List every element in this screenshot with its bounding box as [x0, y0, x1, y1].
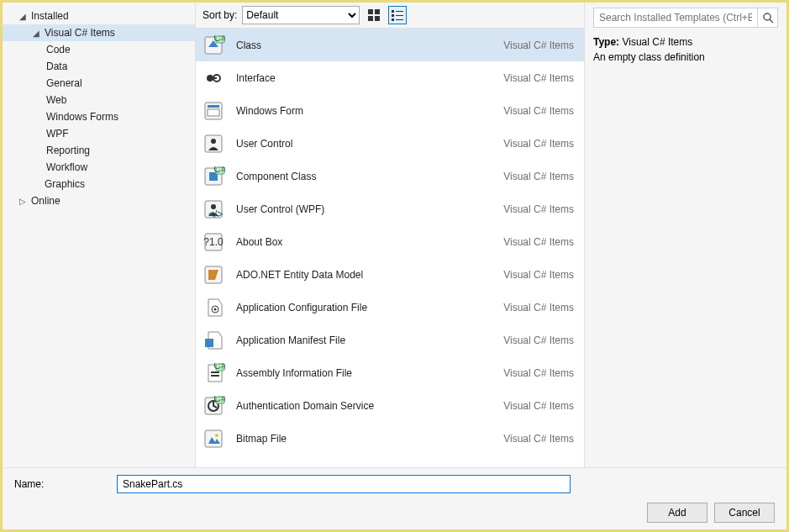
name-label: Name: [14, 478, 107, 490]
aboutbox-icon: ?1.0 [203, 230, 226, 254]
template-name: User Control (WPF) [236, 203, 493, 215]
template-row[interactable]: Windows FormVisual C# Items [196, 94, 584, 127]
chevron-down-icon: ◢ [33, 29, 41, 38]
tree-label: Visual C# Items [45, 27, 115, 39]
large-icons-icon [368, 9, 380, 21]
template-type: Visual C# Items [503, 334, 574, 346]
search-templates-field[interactable] [593, 8, 778, 28]
svg-line-46 [770, 19, 773, 23]
tree-label: Online [31, 195, 60, 207]
tree-node-installed[interactable]: ◢ Installed [3, 8, 195, 24]
tree-node-code[interactable]: Code [3, 41, 195, 58]
template-row[interactable]: InterfaceVisual C# Items [196, 61, 584, 94]
template-type: Visual C# Items [503, 269, 574, 281]
svg-rect-3 [375, 16, 380, 21]
bottom-bar: Name: Add Cancel [3, 467, 786, 529]
template-type: Visual C# Items [503, 302, 574, 313]
template-category-tree: ◢ Installed ◢ Visual C# Items Code Data … [3, 3, 196, 467]
tree-node-reporting[interactable]: Reporting [3, 142, 195, 159]
authservice-icon: C# [203, 394, 226, 418]
template-row[interactable]: C#ClassVisual C# Items [196, 29, 584, 61]
svg-rect-18 [208, 109, 219, 116]
template-name: Class [236, 40, 493, 51]
template-row[interactable]: </>User Control (WPF)Visual C# Items [196, 192, 584, 225]
template-list[interactable]: C#ClassVisual C# ItemsInterfaceVisual C#… [196, 29, 584, 467]
ado-icon [203, 263, 226, 287]
sort-by-label: Sort by: [203, 9, 237, 21]
detail-type-value: Visual C# Items [622, 36, 692, 48]
tree-node-workflow[interactable]: Workflow [3, 159, 195, 176]
svg-rect-7 [396, 15, 403, 16]
view-large-icons-button[interactable] [365, 6, 383, 24]
tree-label: Installed [31, 10, 69, 22]
tree-node-general[interactable]: General [3, 75, 195, 92]
detail-description: An empty class definition [593, 51, 778, 63]
svg-rect-2 [368, 16, 373, 21]
sort-by-dropdown[interactable]: Default [242, 6, 360, 24]
svg-text:</>: </> [208, 208, 223, 219]
template-type: Visual C# Items [503, 138, 574, 150]
template-name: Application Configuration File [236, 302, 493, 313]
svg-rect-8 [392, 18, 394, 21]
template-type: Visual C# Items [503, 171, 574, 182]
template-type: Visual C# Items [503, 367, 574, 379]
filename-input[interactable] [117, 475, 571, 493]
template-name: ADO.NET Entity Data Model [236, 269, 493, 281]
appconfig-icon [203, 296, 226, 319]
manifest-icon [203, 329, 226, 352]
tree-node-web[interactable]: Web [3, 92, 195, 108]
template-type: Visual C# Items [503, 72, 574, 84]
svg-rect-9 [396, 19, 403, 20]
template-name: Authentication Domain Service [236, 400, 493, 412]
search-input[interactable] [594, 12, 757, 24]
template-row[interactable]: Bitmap FileVisual C# Items [196, 422, 584, 455]
add-button[interactable]: Add [647, 503, 707, 523]
template-name: User Control [236, 138, 493, 150]
svg-point-44 [215, 434, 218, 437]
detail-type-row: Type: Visual C# Items [593, 36, 778, 48]
template-row[interactable]: ADO.NET Entity Data ModelVisual C# Items [196, 258, 584, 291]
template-type: Visual C# Items [503, 400, 574, 412]
svg-text:C#: C# [213, 363, 225, 371]
template-row[interactable]: User ControlVisual C# Items [196, 127, 584, 160]
svg-rect-34 [211, 371, 219, 373]
tree-node-online[interactable]: ▷ Online [3, 192, 195, 209]
cancel-button[interactable]: Cancel [714, 503, 775, 523]
form-icon [203, 99, 226, 123]
bitmap-icon [203, 427, 226, 450]
template-row[interactable]: C#Component ClassVisual C# Items [196, 160, 584, 192]
tree-node-windows-forms[interactable]: Windows Forms [3, 108, 195, 125]
chevron-down-icon: ◢ [19, 12, 28, 21]
template-name: Assembly Information File [236, 367, 493, 379]
tree-node-wpf[interactable]: WPF [3, 125, 195, 142]
detail-type-label: Type: [593, 36, 619, 48]
template-row[interactable]: Application Configuration FileVisual C# … [196, 291, 584, 324]
svg-rect-6 [392, 14, 394, 17]
template-name: Bitmap File [236, 433, 493, 445]
tree-node-visual-csharp-items[interactable]: ◢ Visual C# Items [3, 24, 195, 41]
template-row[interactable]: Application Manifest FileVisual C# Items [196, 324, 584, 356]
search-icon[interactable] [757, 8, 777, 27]
template-row[interactable]: C#Authentication Domain ServiceVisual C#… [196, 389, 584, 422]
template-type: Visual C# Items [503, 105, 574, 117]
template-row[interactable]: C#Assembly Information FileVisual C# Ite… [196, 356, 584, 389]
svg-rect-4 [392, 10, 394, 13]
view-details-button[interactable] [388, 6, 407, 24]
template-name: Component Class [236, 171, 493, 182]
svg-point-32 [214, 308, 217, 310]
tree-node-graphics[interactable]: Graphics [3, 176, 195, 192]
svg-text:?1.0: ?1.0 [203, 236, 224, 248]
template-name: About Box [236, 236, 493, 248]
assemblyinfo-icon: C# [203, 361, 226, 385]
svg-rect-0 [368, 9, 373, 14]
svg-rect-5 [396, 11, 403, 12]
class-icon: C# [203, 34, 226, 57]
chevron-right-icon: ▷ [19, 197, 28, 206]
svg-rect-42 [205, 430, 222, 447]
template-row[interactable]: ?1.0About BoxVisual C# Items [196, 225, 584, 258]
svg-rect-1 [375, 9, 380, 14]
tree-node-data[interactable]: Data [3, 58, 195, 75]
template-type: Visual C# Items [503, 40, 574, 51]
svg-text:C#: C# [213, 396, 225, 404]
svg-rect-35 [211, 375, 219, 377]
